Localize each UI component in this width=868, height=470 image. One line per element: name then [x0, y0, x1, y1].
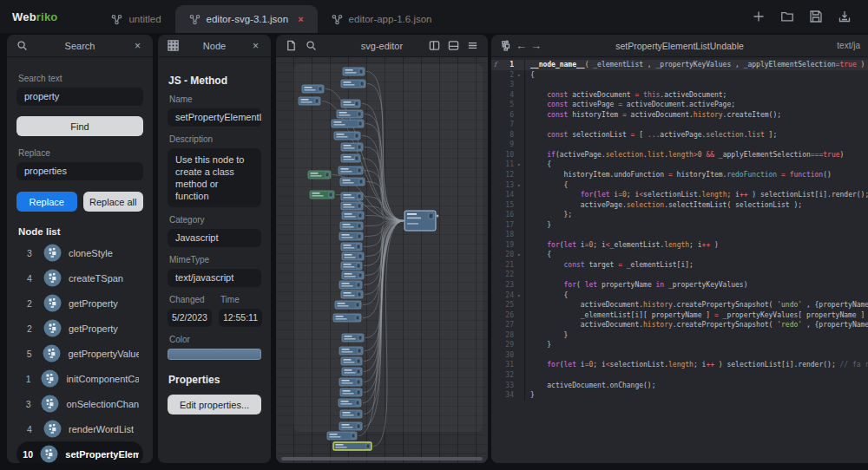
save-button[interactable] [808, 9, 824, 24]
fold-marker-icon[interactable]: ▾ [517, 70, 524, 81]
graph-node[interactable] [335, 301, 361, 309]
replace-button[interactable]: Replace [16, 192, 77, 212]
search-icon[interactable] [304, 38, 319, 53]
document-tab[interactable]: editor-app-1.6.json [318, 5, 446, 33]
fold-gutter [517, 230, 524, 240]
node-list-item[interactable]: 4 renderWordList [16, 416, 143, 441]
graph-node[interactable] [341, 143, 363, 151]
code-line: 29 } [491, 340, 868, 350]
replace-all-button[interactable]: Replace all [83, 192, 144, 212]
graph-node[interactable] [341, 80, 365, 88]
fold-marker-icon[interactable]: ▾ [517, 250, 524, 260]
node-name: getProperty [69, 323, 118, 334]
name-input[interactable]: setPropertyElementLis [168, 108, 261, 127]
graph-node[interactable] [342, 271, 364, 279]
graph-node[interactable] [342, 368, 362, 375]
graph-node[interactable] [342, 252, 364, 260]
fold-marker-icon[interactable]: ▾ [517, 290, 524, 301]
tab-close-icon[interactable]: × [298, 14, 303, 24]
edit-properties-button[interactable]: Edit properties... [168, 395, 261, 415]
split-vertical-icon[interactable] [427, 38, 442, 53]
graph-node-green[interactable] [310, 191, 334, 199]
graph-node[interactable] [341, 357, 362, 365]
fold-marker-icon[interactable]: ▾ [517, 160, 524, 170]
graph-node[interactable] [341, 290, 363, 298]
graph-node[interactable] [327, 432, 357, 440]
node-type-heading: JS - Method [168, 75, 261, 87]
code-line: 11▾ { [491, 160, 868, 170]
node-list-item[interactable]: 10 setPropertyElement [16, 441, 143, 463]
graph-node[interactable] [339, 166, 363, 174]
open-folder-button[interactable] [779, 9, 795, 24]
document-tab[interactable]: editor-svg-3.1.json × [175, 5, 318, 33]
node-panel-header: Node × [158, 35, 271, 57]
document-icon[interactable] [284, 38, 299, 53]
graph-node[interactable] [340, 222, 363, 230]
graph-node[interactable] [341, 243, 362, 251]
match-count: 2 [21, 298, 38, 309]
graph-node[interactable] [299, 97, 320, 105]
horizontal-scrollbar[interactable] [281, 457, 483, 460]
graph-node[interactable] [342, 212, 364, 219]
graph-node[interactable] [340, 178, 365, 186]
close-icon[interactable]: × [248, 38, 263, 53]
graph-node[interactable] [339, 347, 363, 355]
node-list-item[interactable]: 4 createTSpan [16, 265, 143, 290]
menu-icon[interactable] [465, 38, 480, 53]
graph-node[interactable] [341, 100, 360, 108]
graph-node[interactable] [340, 388, 362, 396]
node-list-item[interactable]: 2 getProperty [16, 290, 143, 316]
graph-node[interactable] [339, 378, 362, 386]
graph-node[interactable] [332, 120, 364, 127]
node-badge-icon [43, 244, 62, 262]
graph-node[interactable] [343, 68, 365, 75]
graph-node[interactable] [339, 232, 363, 240]
graph-node[interactable] [341, 202, 363, 210]
graph-node[interactable] [342, 334, 364, 342]
new-document-button[interactable] [751, 9, 766, 24]
graph-node[interactable] [302, 85, 324, 93]
fold-gutter [517, 190, 524, 200]
search-input[interactable]: property [16, 88, 143, 106]
graph-node[interactable] [334, 132, 360, 140]
graph-canvas[interactable] [276, 57, 488, 463]
graph-node[interactable] [341, 262, 362, 270]
node-list-item[interactable]: 3 cloneStyle [16, 240, 143, 265]
document-tab[interactable]: untitled [97, 5, 174, 33]
graph-node[interactable] [337, 110, 363, 118]
split-horizontal-icon[interactable] [446, 38, 461, 53]
graph-node[interactable] [341, 193, 363, 200]
node-list-item[interactable]: 3 onSelectionChange [16, 391, 143, 416]
find-button[interactable]: Find [16, 116, 143, 136]
code-line: 18 [491, 230, 868, 240]
graph-hub-node[interactable] [404, 211, 438, 231]
color-swatch[interactable] [168, 349, 261, 360]
graph-node[interactable] [333, 314, 361, 322]
category-input[interactable]: Javascript [168, 229, 261, 247]
node-list-item[interactable]: 2 getProperty [16, 316, 143, 341]
graph-node[interactable] [339, 422, 362, 430]
graph-node[interactable] [341, 154, 360, 162]
code-text [524, 230, 868, 240]
code-editor-panel: ← → setPropertyElementListUndable text/j… [491, 35, 868, 463]
replace-input[interactable]: properties [16, 162, 143, 180]
code-line: 21 const target = _elementList[i]; [491, 260, 868, 271]
description-input[interactable]: Use this node to create a class method o… [168, 148, 261, 207]
close-icon[interactable]: × [130, 38, 145, 53]
fold-marker-icon[interactable]: ▾ [517, 180, 524, 191]
fold-gutter [517, 260, 524, 271]
node-graph[interactable] [276, 57, 488, 463]
graph-node[interactable] [340, 410, 362, 418]
mimetype-input[interactable]: text/javascript [168, 269, 261, 287]
node-list-item[interactable]: 1 initComponentCallb [16, 366, 143, 391]
code-line: 24▾ { [491, 290, 868, 301]
code-editor[interactable]: f1__node_name__( _elementList , _propert… [491, 57, 868, 463]
fold-gutter [517, 240, 524, 251]
graph-node-selected[interactable] [333, 442, 372, 450]
export-button[interactable] [837, 9, 852, 24]
node-list-item[interactable]: 5 getPropertyValue [16, 341, 143, 366]
graph-node[interactable] [339, 399, 361, 407]
graph-node-green[interactable] [308, 171, 331, 179]
line-number: 18 [491, 230, 517, 240]
graph-node[interactable] [339, 281, 362, 289]
